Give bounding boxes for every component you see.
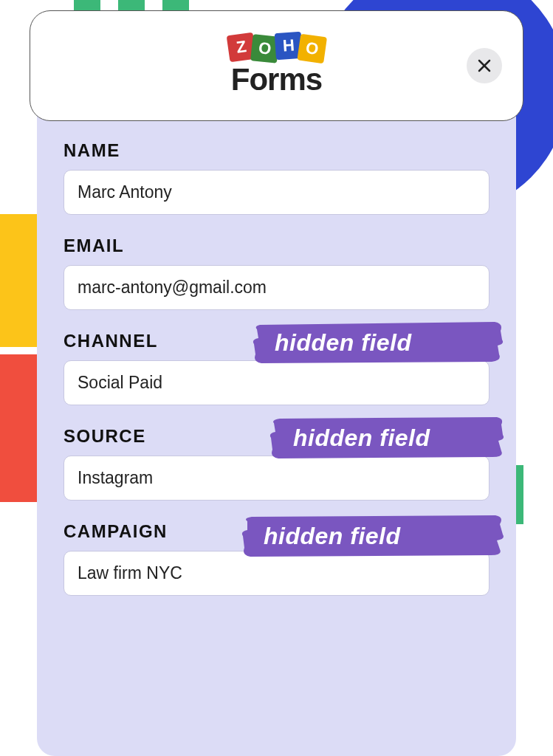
field-label-email: EMAIL [63,236,490,256]
field-campaign: CAMPAIGN hidden field [63,521,490,596]
zoho-forms-logo: Z O H O Forms [230,34,324,97]
close-icon [475,57,493,75]
source-input[interactable] [63,456,490,501]
field-name: NAME [63,140,490,215]
hidden-field-text: hidden field [269,425,454,452]
modal-header: Z O H O Forms [30,10,523,121]
logo-letter-o: O [297,34,327,64]
field-source: SOURCE hidden field [63,426,490,501]
field-email: EMAIL [63,236,490,310]
logo-word: Forms [231,62,322,97]
hidden-field-annotation: hidden field [269,414,506,461]
hidden-field-text: hidden field [251,329,436,357]
field-label-name: NAME [63,140,490,161]
name-input[interactable] [63,170,490,215]
close-button[interactable] [467,48,502,83]
field-channel: CHANNEL hidden field [63,331,490,405]
form-body: NAME EMAIL CHANNEL hidden field SOURCE h… [37,103,516,756]
email-input[interactable] [63,265,490,310]
logo-letters: Z O H O [230,34,324,61]
hidden-field-annotation: hidden field [240,512,506,560]
hidden-field-text: hidden field [240,523,425,550]
hidden-field-annotation: hidden field [251,319,506,366]
channel-input[interactable] [63,360,490,405]
